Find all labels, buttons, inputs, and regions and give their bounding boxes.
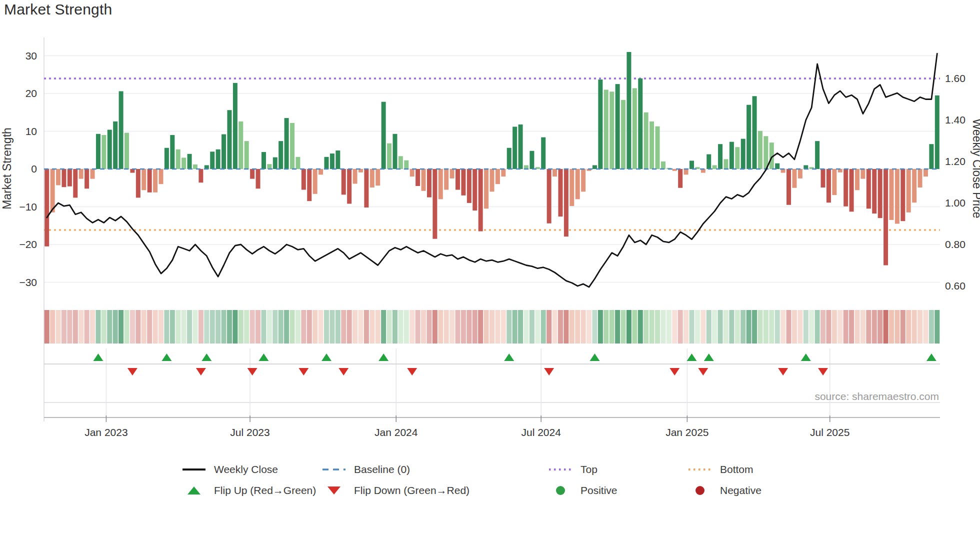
flip-up-marker [704,354,714,361]
right-axis-title: Weekly Close Price [970,119,980,218]
heatmap-cell [216,310,220,344]
flip-up-marker [322,354,332,361]
heatmap-cell [872,310,877,344]
heatmap-cell [261,310,266,344]
legend-negative[interactable]: Negative [688,480,762,501]
strength-bar [342,169,346,194]
heatmap-cell [192,310,198,344]
heatmap-cell [621,310,626,344]
flip-down-markers [128,368,828,376]
strength-bar [844,169,848,206]
strength-bar [278,141,283,169]
strength-bar [176,150,180,169]
strength-bar [656,126,660,169]
strength-bar [478,169,483,232]
legend-flip-down[interactable]: Flip Down (Green→Red) [322,480,470,501]
heatmap-cell [478,310,483,344]
strength-bar [558,169,562,216]
flip-down-marker [298,368,308,376]
strength-bar [444,169,448,190]
strength-bar [684,169,688,174]
heatmap-cell [660,310,666,344]
heatmap-cell [267,310,272,344]
strength-bar [50,169,55,212]
strength-bar [872,169,876,214]
heatmap-cell [410,310,414,344]
legend-flip-up[interactable]: Flip Up (Red→Green) [182,480,316,501]
heatmap-cell [324,310,329,344]
strength-bar [216,150,220,169]
legend-label: Negative [720,484,762,496]
legend-column: Baseline (0)Flip Down (Green→Red) [322,459,470,501]
flip-up-marker [202,354,212,361]
legend-column: TopPositive [548,459,618,501]
strength-bar [148,169,152,192]
heatmap-cell [906,310,911,344]
flip-up-marker [504,354,514,361]
strength-bar [262,152,266,169]
strength-bar [570,169,574,206]
heatmap-cell [426,310,432,344]
heatmap-cell [113,310,118,344]
source-note: source: sharemaestro.com [814,390,939,402]
strength-bar [490,169,494,192]
heatmap-cell [524,310,528,344]
x-axis: Jan 2023Jul 2023Jan 2024Jul 2024Jan 2025… [84,348,850,438]
strength-bar [44,169,49,246]
heatmap-cell [809,310,814,344]
right-tick-label: 0.60 [945,280,966,292]
strength-bar [250,169,254,179]
heatmap-cell [535,310,540,344]
strength-bar [730,142,734,169]
flip-down-marker [407,368,417,376]
heatmap-cell [472,310,478,344]
strength-bar [108,130,112,169]
strength-bar [296,157,300,169]
strength-bar [610,92,614,169]
strength-bar [330,154,334,169]
heatmap-cell [889,310,894,344]
strength-bar [518,124,523,169]
heatmap-cell [404,310,409,344]
legend-top[interactable]: Top [548,459,618,480]
heatmap-cell [769,310,774,344]
heatmap-cell [238,310,244,344]
flip-down-marker [818,368,828,376]
strength-bar [860,169,865,179]
flip-up-marker [686,354,696,361]
heatmap-cell [432,310,438,344]
tri-up-icon [182,486,206,494]
strength-bar [68,169,72,186]
heatmap-cell [90,310,95,344]
heatmap-cell [364,310,369,344]
heatmap-cell [700,310,706,344]
strength-bar [382,102,386,169]
strength-bar [124,133,129,169]
legend-label: Top [580,464,598,476]
heatmap-cell [398,310,403,344]
heatmap-cell [501,310,506,344]
strength-bar [581,169,586,192]
legend-baseline[interactable]: Baseline (0) [322,459,470,480]
strength-bar [256,169,260,188]
strength-bar [432,169,437,239]
strength-bar [775,164,780,169]
right-axis-ticks: 1.601.401.201.000.800.60 [945,72,966,292]
heatmap-cell [849,310,854,344]
flip-up-marker [926,354,936,361]
legend-weekly-close[interactable]: Weekly Close [182,459,316,480]
strength-bar [598,80,602,169]
heatmap-cell [107,310,112,344]
heatmap-cell [347,310,352,344]
heatmap-cell [934,310,940,344]
heatmap-cell [416,310,420,344]
legend-bottom[interactable]: Bottom [688,459,762,480]
flip-down-marker [338,368,348,376]
heatmap-cell [352,310,358,344]
heatmap-cell [712,310,717,344]
heatmap-cell [878,310,882,344]
heatmap-cell [56,310,61,344]
legend-positive[interactable]: Positive [548,480,618,501]
heatmap-cell [918,310,922,344]
strength-bar [541,138,546,169]
